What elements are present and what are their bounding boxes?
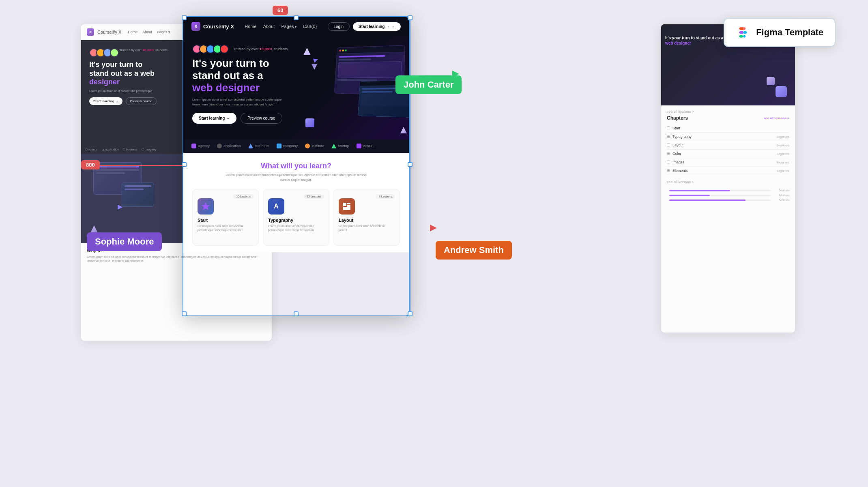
- learn-card-title-start: Start: [198, 218, 254, 223]
- left-mockup-screen-2: [122, 182, 154, 207]
- chapter-layout-icon: ☰: [667, 143, 670, 147]
- learn-subtitle: Lorem ipsum dolor amet consectetur pelle…: [225, 173, 367, 182]
- nav-home[interactable]: Home: [245, 24, 256, 29]
- chapter-start-left: ☰ Start: [667, 126, 680, 130]
- frame-nav-buttons: Login Start learning →: [328, 22, 401, 31]
- width-badge: 60: [273, 6, 288, 15]
- handle-top-right[interactable]: [408, 15, 413, 20]
- nav-cart[interactable]: Cart(0): [303, 24, 317, 29]
- chapter-typography-level: Beginners: [776, 135, 789, 138]
- handle-bottom-right[interactable]: [408, 311, 413, 316]
- learn-card-start: 10 Lessons Start Lorem ipsum dolor amet …: [192, 189, 259, 246]
- learn-title-accent: you learn?: [294, 162, 331, 170]
- nav-pages[interactable]: Pages: [281, 24, 296, 29]
- progress-bar-2-fill: [669, 195, 710, 196]
- hero-avatar-5: [220, 45, 229, 54]
- figma-icon: [736, 25, 750, 40]
- left-logo-icon: X: [87, 28, 94, 36]
- learn-card-icon-typography: A: [268, 198, 284, 215]
- handle-top-middle[interactable]: [294, 15, 299, 20]
- learn-card-title-typography: Typography: [268, 218, 324, 223]
- tag-venture: ventu...: [357, 144, 375, 148]
- hero-content: Trusted by over 10,000+ students It's yo…: [192, 45, 400, 139]
- handle-bottom-left[interactable]: [182, 311, 187, 316]
- hero-preview-button[interactable]: Preview course: [241, 113, 282, 124]
- figma-template-badge: Figma Template: [724, 18, 836, 47]
- learn-card-badge-start: 10 Lessons: [233, 194, 254, 199]
- chapter-typography: ☰ Typography Beginners: [667, 133, 789, 141]
- hero-start-button[interactable]: Start learning →: [192, 113, 236, 124]
- rp-cube-2: [767, 77, 775, 85]
- chapter-color: ☰ Color Beginners: [667, 150, 789, 158]
- progress-level-1: Medium: [773, 189, 789, 192]
- deco-shape-4: [400, 127, 407, 133]
- start-learning-button[interactable]: Start learning →: [353, 22, 401, 31]
- handle-middle-right[interactable]: [408, 162, 413, 167]
- login-button[interactable]: Login: [328, 22, 350, 31]
- chapter-elements-icon: ☰: [667, 169, 670, 173]
- hero-title-accent: web designer: [192, 82, 260, 94]
- nav-about[interactable]: About: [263, 24, 275, 29]
- left-nav-pages: Pages ▾: [157, 30, 170, 34]
- learn-card-badge-typography: 12 Lessons: [304, 194, 324, 199]
- left-tag-company: ⬡ company: [142, 148, 156, 151]
- progress-item-3: Medium: [667, 199, 789, 202]
- left-tag-business: ⬡ business: [123, 148, 138, 151]
- chapters-title: Chapters see all lessons >: [667, 115, 789, 121]
- chapter-color-icon: ☰: [667, 152, 670, 156]
- frame-tags: agency application business company inst…: [183, 139, 409, 153]
- tag-application: application: [217, 144, 241, 148]
- left-start-btn[interactable]: Start learning →: [89, 97, 122, 105]
- hero-trusted-text: Trusted by over 10,000+ students: [233, 47, 288, 51]
- left-tag-agency: ⬡ agency: [85, 148, 98, 151]
- frame-learn-section: What will you learn? Lorem ipsum dolor a…: [183, 153, 409, 252]
- hero-avatars: [192, 45, 227, 54]
- tag-company: company: [277, 144, 298, 148]
- learn-card-desc-start: Lorem ipsum dolor amet consectetur pelle…: [198, 224, 254, 232]
- right-panel-body: see all lessons > Chapters see all lesso…: [661, 105, 795, 208]
- progress-bar-1-wrap: [669, 190, 771, 191]
- main-frame: X Courselify X Home About Pages Cart(0) …: [183, 16, 410, 316]
- chapter-typography-name: Typography: [672, 135, 692, 139]
- logo-text: Courselify X: [203, 24, 234, 30]
- learn-card-layout: 8 Lessons Layout Lorem ipsum dolor amet …: [333, 189, 400, 246]
- chapter-elements-left: ☰ Elements: [667, 169, 688, 173]
- learn-card-desc-layout: Lorem ipsum dolor amet consectetur pelle…: [339, 224, 395, 232]
- progress-bar-3-fill: [669, 200, 746, 201]
- chapter-images: ☰ Images Beginners: [667, 158, 789, 167]
- learn-cards: 10 Lessons Start Lorem ipsum dolor amet …: [192, 189, 400, 246]
- figma-template-text: Figma Template: [756, 27, 823, 38]
- learn-card-desc-typography: Lorem ipsum dolor amet consectetur pelle…: [268, 224, 324, 232]
- right-panel: A Sign up It's your turn to stand out as…: [661, 24, 795, 333]
- chapter-elements-name: Elements: [672, 169, 688, 173]
- progress-block: Medium Medium Medium: [667, 189, 789, 202]
- chapter-color-name: Color: [672, 152, 681, 156]
- progress-item-2: Medium: [667, 194, 789, 197]
- chapter-images-name: Images: [672, 160, 685, 164]
- see-all-lessons[interactable]: see all lessons >: [764, 116, 789, 120]
- rp-cube: [776, 86, 787, 97]
- learn-card-title-layout: Layout: [339, 218, 395, 223]
- chapter-layout-left: ☰ Layout: [667, 143, 683, 147]
- chapter-layout-name: Layout: [672, 143, 683, 147]
- left-preview-btn[interactable]: Preview course: [126, 97, 157, 105]
- handle-middle-left[interactable]: [182, 162, 187, 167]
- left-tag-app: ☁ application: [102, 148, 119, 151]
- learn-card-icon-start: [198, 198, 214, 215]
- chapter-elements: ☰ Elements Beginners: [667, 167, 789, 175]
- rp-see-all-top[interactable]: see all lessons >: [667, 109, 694, 114]
- handle-bottom-middle[interactable]: [294, 311, 299, 316]
- chapter-typography-left: ☰ Typography: [667, 135, 692, 139]
- hero-title: It's your turn to stand out as a web des…: [192, 58, 400, 94]
- chapter-color-left: ☰ Color: [667, 152, 681, 156]
- tag-business: business: [248, 144, 269, 148]
- svg-rect-0: [343, 203, 346, 206]
- handle-top-left[interactable]: [182, 15, 187, 20]
- chapter-images-left: ☰ Images: [667, 160, 685, 164]
- rp-see-all-bottom[interactable]: see all lessons >: [667, 180, 694, 184]
- left-nav-home: Home: [128, 30, 138, 34]
- chapter-layout: ☰ Layout Beginners: [667, 141, 789, 150]
- chapter-layout-level: Beginners: [776, 144, 789, 147]
- height-badge: 800: [81, 160, 100, 169]
- frame-logo: X Courselify X: [191, 22, 234, 31]
